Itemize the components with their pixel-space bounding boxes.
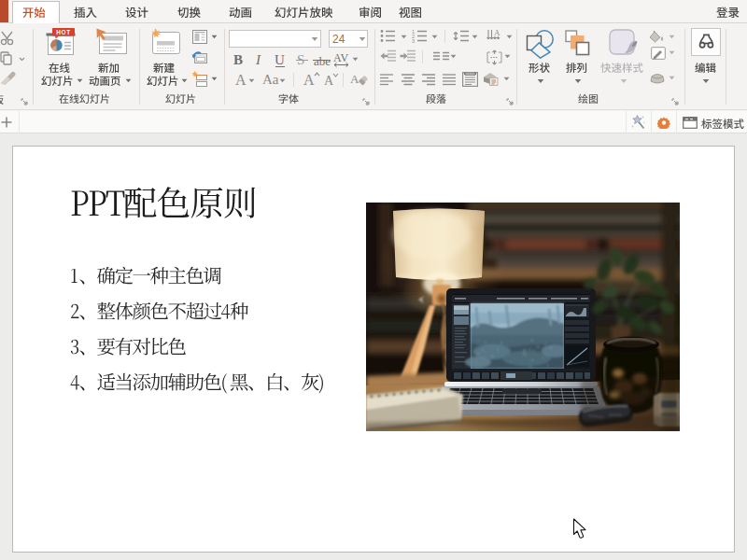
svg-text:HOT: HOT xyxy=(56,29,70,35)
svg-text:A: A xyxy=(494,29,500,37)
svg-text:A: A xyxy=(350,72,359,86)
svg-text:3: 3 xyxy=(412,38,415,43)
